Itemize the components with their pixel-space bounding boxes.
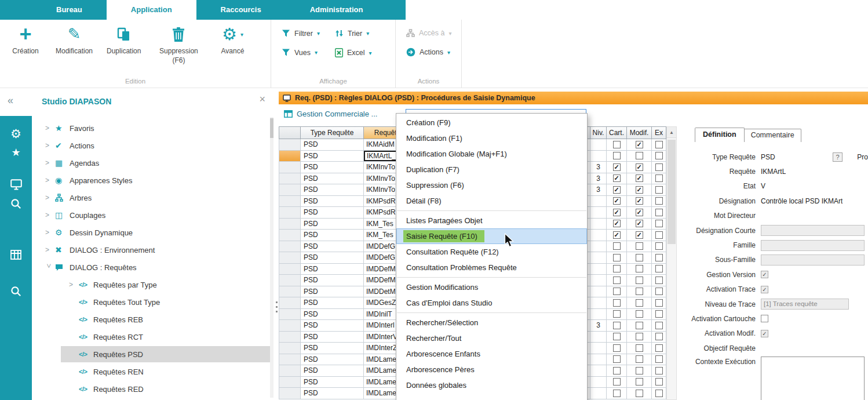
cart-checkbox[interactable] [613,333,621,340]
top-tab-raccourcis[interactable]: Raccourcis [196,0,286,20]
field-checkbox[interactable] [761,315,768,322]
row-selector[interactable] [279,230,301,241]
ex-checkbox[interactable] [655,141,663,148]
menu-item-rechercher-s-lection[interactable]: Rechercher/Sélection [396,315,587,330]
row-selector[interactable] [279,320,301,332]
ex-checkbox[interactable] [655,186,663,194]
tree-item-dessin-dynamique[interactable]: >⚙Dessin Dynamique [32,224,277,241]
modif-checkbox[interactable]: ✓ [636,141,643,148]
cart-checkbox[interactable] [613,152,621,159]
modif-checkbox[interactable] [636,378,643,386]
rail-grid-icon[interactable] [0,246,32,263]
cart-checkbox[interactable]: ✓ [613,186,621,194]
menu-item-duplication-f7[interactable]: Duplication (F7) [396,162,587,177]
ex-checkbox[interactable] [655,242,663,250]
tree-item-dialog-requ-tes[interactable]: >DIALOG : Requêtes [32,259,277,276]
field-input[interactable] [761,240,865,251]
tree-item-apparences-styles[interactable]: >◉Apparences Styles [32,172,277,189]
cart-checkbox[interactable]: ✓ [613,197,621,205]
ex-checkbox[interactable] [655,277,663,284]
duplication-button[interactable]: Duplication [107,24,141,65]
document-tab-gestion-commerciale[interactable]: Gestion Commerciale ... [284,110,377,118]
tree-item-requ-tes-rct[interactable]: </>Requêtes RCT [32,328,277,346]
modif-checkbox[interactable]: ✓ [636,163,643,171]
field-checkbox[interactable]: ✓ [761,330,768,337]
cart-checkbox[interactable] [613,277,621,284]
row-selector[interactable] [279,275,301,286]
chevron-icon[interactable]: > [45,124,55,132]
help-button[interactable]: ? [833,152,843,162]
ex-checkbox[interactable] [655,367,663,374]
ex-checkbox[interactable] [655,231,663,239]
ex-checkbox[interactable] [655,163,663,171]
modif-checkbox[interactable] [636,355,643,363]
rail-monitor-icon[interactable] [0,176,32,193]
modif-checkbox[interactable]: ✓ [636,209,643,216]
chevron-icon[interactable]: > [45,176,55,184]
cart-checkbox[interactable]: ✓ [613,209,621,216]
field-checkbox[interactable]: ✓ [761,286,768,293]
ex-checkbox[interactable] [655,378,663,386]
trier-button[interactable]: Trier ▾ [335,29,372,38]
cart-checkbox[interactable] [613,299,621,307]
avance-button[interactable]: ⚙ ▾ Avancé [216,24,249,65]
row-selector[interactable] [279,264,301,275]
tree-item-dialog-environnement[interactable]: >✖DIALOG : Environnement [32,241,277,259]
ex-checkbox[interactable] [655,299,663,307]
modif-checkbox[interactable] [636,254,643,261]
menu-item-gestion-modifications[interactable]: Gestion Modifications [396,279,587,295]
modif-checkbox[interactable] [636,344,643,352]
menu-item-arborescence-enfants[interactable]: Arborescence Enfants [396,346,587,362]
cart-checkbox[interactable]: ✓ [613,163,621,171]
chevron-icon[interactable]: > [45,141,55,150]
grid-header-type[interactable]: Type Requête [301,126,364,139]
scroll-up-button[interactable]: ▲ [667,127,676,138]
field-input[interactable]: [1] Traces requête [761,299,849,310]
chevron-icon[interactable]: > [69,281,79,289]
chevron-icon[interactable]: > [45,228,55,237]
tree-item-requ-tes-red[interactable]: </>Requêtes RED [32,380,277,398]
cart-checkbox[interactable] [613,288,621,295]
menu-item-donn-es-globales[interactable]: Données globales [396,377,587,393]
modif-checkbox[interactable] [636,299,643,307]
field-checkbox[interactable]: ✓ [761,271,768,278]
ex-checkbox[interactable] [655,355,663,363]
ex-checkbox[interactable] [655,322,663,329]
cart-checkbox[interactable]: ✓ [613,231,621,239]
actions-button[interactable]: Actions ▾ [406,48,452,57]
modif-checkbox[interactable]: ✓ [636,220,643,227]
detail-tab-d-finition[interactable]: Définition [695,128,745,142]
filtrer-button[interactable]: Filtrer ▾ [282,29,320,38]
acces-a-button[interactable]: Accès à ▾ [406,29,452,37]
tree-item-arbres[interactable]: >Arbres [32,189,277,206]
chevron-icon[interactable]: > [45,159,55,167]
collapse-sidebar-button[interactable]: « [8,94,13,107]
modif-checkbox[interactable]: ✓ [636,197,643,205]
cart-checkbox[interactable] [613,322,621,329]
menu-item-rechercher-tout[interactable]: Rechercher/Tout [396,330,587,346]
field-textarea[interactable] [761,357,865,400]
ex-checkbox[interactable] [655,265,663,272]
close-sidebar-button[interactable]: × [259,93,265,106]
modif-checkbox[interactable]: ✓ [636,186,643,194]
grid-header-cart[interactable]: Cart. [607,126,627,139]
row-selector[interactable] [279,252,301,264]
row-selector[interactable] [279,309,301,321]
menu-item-arborescence-p-res[interactable]: Arborescence Pères [396,362,587,377]
menu-item-consultation-requ-te-f12[interactable]: Consultation Requête (F12) [396,244,587,260]
suppression-button[interactable]: Suppression (F6) [155,24,202,65]
modif-checkbox[interactable] [636,333,643,340]
cart-checkbox[interactable] [613,344,621,352]
cart-checkbox[interactable] [613,367,621,374]
row-selector[interactable] [279,139,301,151]
modif-checkbox[interactable]: ✓ [636,231,643,239]
tree-item-requ-tes-ren[interactable]: </>Requêtes REN [32,363,277,380]
cart-checkbox[interactable] [613,265,621,272]
row-selector[interactable] [279,354,301,366]
ex-checkbox[interactable] [655,344,663,352]
ex-checkbox[interactable] [655,209,663,216]
modif-checkbox[interactable] [636,390,643,397]
cart-checkbox[interactable] [613,310,621,318]
ex-checkbox[interactable] [655,197,663,205]
chevron-icon[interactable]: > [45,211,55,219]
